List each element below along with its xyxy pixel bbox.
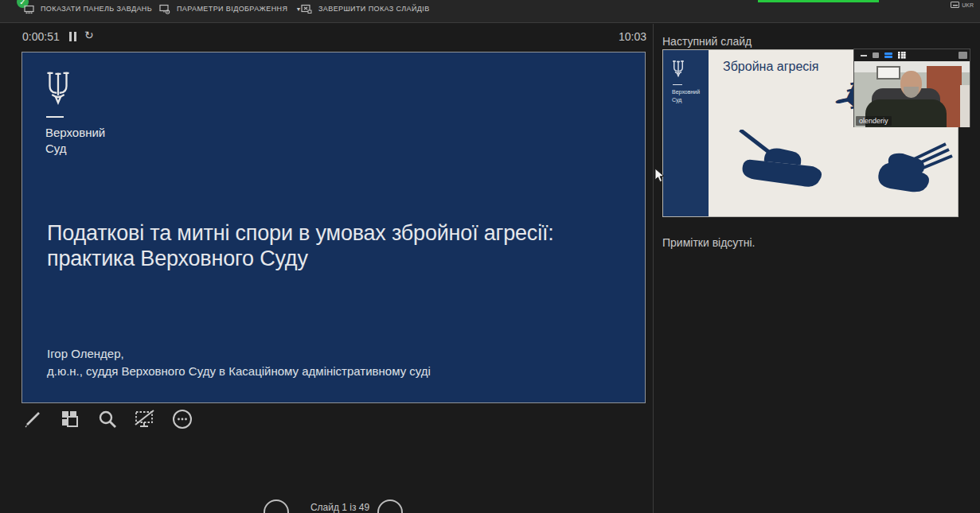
zoom-slide-button[interactable]	[96, 407, 119, 431]
keyboard-layout-indicator[interactable]: UKR	[951, 2, 974, 8]
share-screen-icon[interactable]	[959, 52, 967, 59]
webcam-window[interactable]: olenderiy	[853, 49, 970, 127]
slide-tools	[21, 407, 194, 431]
rocket-launcher-silhouette	[868, 139, 955, 196]
current-slide[interactable]: Верховний Суд Податкові та митні спори в…	[21, 52, 646, 403]
mouse-cursor	[654, 168, 665, 183]
presenter-view: ✓ ПОКАЗАТИ ПАНЕЛЬ ЗАВДАНЬ ПАРАМЕТРИ ВІДО…	[0, 0, 980, 513]
slide-counter: Слайд 1 із 49	[296, 502, 384, 513]
end-slideshow-label: ЗАВЕРШИТИ ПОКАЗ СЛАЙДІВ	[318, 5, 430, 13]
slide-title: Податкові та митні спори в умовах збройн…	[47, 221, 554, 272]
pen-tool-button[interactable]	[21, 407, 45, 431]
panel-divider	[653, 24, 654, 513]
tank-silhouette	[732, 130, 832, 192]
logo-divider	[46, 116, 64, 118]
restart-timer-button[interactable]: ↻	[84, 29, 94, 41]
desk-edge	[960, 85, 970, 127]
picture-frame	[877, 66, 900, 80]
thumbnail-logo-divider	[673, 84, 682, 85]
pause-timer-button[interactable]	[68, 32, 78, 41]
gallery-view-icon[interactable]	[898, 52, 906, 59]
display-settings-icon	[159, 4, 170, 14]
top-toolbar: ✓ ПОКАЗАТИ ПАНЕЛЬ ЗАВДАНЬ ПАРАМЕТРИ ВІДО…	[0, 0, 980, 23]
next-slide-header: Наступний слайд	[662, 35, 752, 48]
slide-author: Ігор Олендер, д.ю.н., суддя Верховного С…	[47, 345, 431, 380]
slide-sorter-icon	[59, 408, 81, 430]
notes-text: Примітки відсутні.	[662, 236, 755, 249]
keyboard-layout-label: UKR	[962, 2, 974, 8]
trident-icon-small	[672, 60, 685, 77]
org-name-line1: Верховний	[45, 125, 105, 141]
thumbnail-title: Збройна агресія	[723, 60, 819, 74]
magnifier-icon	[96, 408, 119, 430]
minimize-icon[interactable]	[861, 55, 867, 56]
thumbnail-sidebar: Верховний Суд	[663, 50, 709, 216]
show-taskbar-label: ПОКАЗАТИ ПАНЕЛЬ ЗАВДАНЬ	[41, 5, 152, 13]
presenter-video: olenderiy	[854, 61, 970, 127]
thumbnail-org-line1: Верховний	[672, 88, 700, 96]
keyboard-icon	[951, 2, 959, 8]
display-settings-label: ПАРАМЕТРИ ВІДОБРАЖЕННЯ	[177, 5, 287, 13]
presentation-timer: 0:00:51	[22, 30, 60, 43]
thumbnail-logo: Верховний Суд	[672, 60, 700, 104]
webcam-titlebar	[854, 49, 970, 61]
previous-slide-button[interactable]: ←	[264, 499, 289, 513]
pen-icon	[21, 408, 44, 430]
see-all-slides-button[interactable]	[58, 407, 82, 431]
trident-icon	[45, 72, 71, 105]
thumbnail-org-line2: Суд	[672, 96, 700, 104]
end-slideshow-button[interactable]: ЗАВЕРШИТИ ПОКАЗ СЛАЙДІВ	[301, 0, 430, 17]
more-options-button[interactable]	[170, 407, 194, 431]
current-time: 10:03	[567, 30, 646, 43]
more-options-icon	[171, 408, 193, 430]
end-slideshow-icon	[301, 4, 312, 14]
supreme-court-logo: Верховний Суд	[45, 72, 105, 156]
participant-name-label: olenderiy	[856, 116, 892, 126]
show-taskbar-button[interactable]: ПОКАЗАТИ ПАНЕЛЬ ЗАВДАНЬ	[24, 0, 152, 17]
display-settings-button[interactable]: ПАРАМЕТРИ ВІДОБРАЖЕННЯ ▼	[159, 0, 302, 17]
speaker-view-icon[interactable]	[884, 52, 892, 59]
restore-icon[interactable]	[873, 52, 879, 58]
recording-indicator-strip	[758, 0, 879, 2]
black-screen-button[interactable]	[133, 407, 157, 431]
black-screen-icon	[133, 408, 157, 430]
org-name-line2: Суд	[45, 141, 105, 157]
taskbar-icon	[24, 4, 34, 14]
